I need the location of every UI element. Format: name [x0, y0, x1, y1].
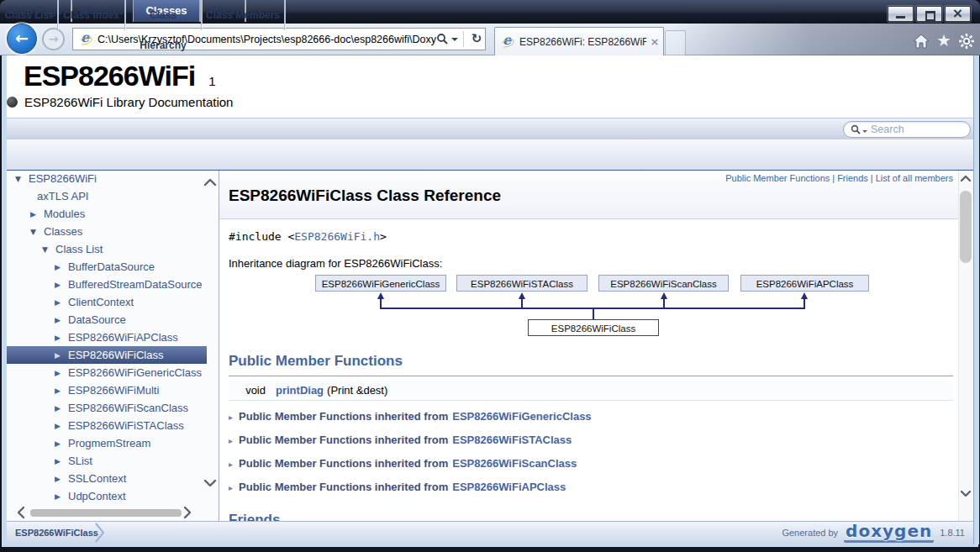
tree-collapse-icon[interactable]: [42, 245, 55, 254]
tree-expand-icon[interactable]: [55, 439, 68, 448]
tree-item-clientcontext[interactable]: ClientContext: [7, 293, 207, 311]
tree-expand-icon[interactable]: [55, 492, 68, 501]
class-link-apclass[interactable]: ESP8266WiFiAPClass: [452, 481, 566, 493]
tree-expand-icon[interactable]: [55, 334, 68, 342]
tab-class-hierarchy[interactable]: Class Hierarchy: [125, 0, 202, 30]
settings-gear-icon[interactable]: [957, 32, 976, 50]
class-link-genericclass[interactable]: ESP8266WiFiGenericClass: [452, 410, 591, 423]
address-dropdown-icon[interactable]: [451, 38, 458, 41]
window-border-bottom: [0, 547, 980, 552]
tree-item-class-list[interactable]: Class List: [7, 240, 207, 258]
expand-arrow-icon[interactable]: [229, 483, 233, 492]
tree-expand-icon[interactable]: [55, 457, 68, 465]
tree-item-bufferdatasource[interactable]: BufferDataSource: [7, 258, 207, 276]
breadcrumb-esp8266wificlass[interactable]: ESP8266WiFiClass: [15, 521, 98, 544]
tree-item-bufferedstreamdatasource[interactable]: BufferedStreamDataSource: [7, 276, 207, 293]
inherited-section-apclass[interactable]: Public Member Functions inherited fromES…: [229, 477, 953, 497]
restore-button[interactable]: [916, 6, 942, 22]
search-input[interactable]: [869, 123, 970, 136]
minimize-button[interactable]: [888, 6, 914, 22]
tree-expand-icon[interactable]: [55, 316, 68, 324]
tree-item-esp8266wifiscanclass[interactable]: ESP8266WiFiScanClass: [7, 399, 207, 417]
favorites-star-icon[interactable]: [935, 32, 953, 50]
sidebar-hscroll-thumb[interactable]: [30, 509, 182, 517]
inheritance-arrow-icon: [377, 292, 384, 299]
tree-collapse-icon[interactable]: [15, 175, 29, 183]
diagram-node-genericclass[interactable]: ESP8266WiFiGenericClass: [315, 275, 446, 292]
diagram-node-scanclass[interactable]: ESP8266WiFiScanClass: [598, 275, 729, 292]
tree-item-progmemstream[interactable]: ProgmemStream: [7, 434, 207, 452]
tree-expand-icon[interactable]: [55, 404, 68, 413]
sidebar-scroll-right-icon[interactable]: [183, 506, 192, 519]
inheritance-edge: [803, 299, 805, 308]
tree-expand-icon[interactable]: [55, 422, 68, 430]
tree-expand-icon[interactable]: [55, 281, 68, 289]
link-friends[interactable]: Friends: [837, 173, 868, 183]
doxygen-version: 1.8.11: [940, 528, 965, 538]
search-icon[interactable]: [436, 33, 449, 45]
tree-item-datasource[interactable]: DataSource: [7, 311, 207, 329]
expand-arrow-icon[interactable]: [229, 413, 233, 422]
inheritance-arrow-icon: [519, 292, 525, 299]
class-link-scanclass[interactable]: ESP8266WiFiScanClass: [452, 457, 577, 470]
diagram-node-apclass[interactable]: ESP8266WiFiAPClass: [740, 275, 869, 292]
tree-item-udpcontext[interactable]: UdpContext: [7, 487, 207, 505]
inherited-section-staclass[interactable]: Public Member Functions inherited fromES…: [229, 430, 953, 450]
sidebar-scroll-left-icon[interactable]: [17, 506, 25, 519]
tree-expand-icon[interactable]: [55, 263, 68, 271]
tree-item-esp8266wifiapclass[interactable]: ESP8266WiFiAPClass: [7, 329, 207, 346]
sidebar-scroll-down-icon[interactable]: [203, 479, 217, 487]
content-scroll-down-icon[interactable]: [960, 490, 972, 497]
sidebar-scroll-up-icon[interactable]: [203, 178, 217, 187]
inherited-section-genericclass[interactable]: Public Member Functions inherited fromES…: [229, 407, 953, 427]
forward-button[interactable]: [42, 28, 65, 50]
diagram-node-staclass[interactable]: ESP8266WiFiSTAClass: [456, 275, 587, 292]
tree-expand-icon[interactable]: [55, 351, 68, 360]
tree-item-esp8266wifistaclass[interactable]: ESP8266WiFiSTAClass: [7, 417, 207, 434]
doxygen-logo[interactable]: doxygen: [844, 523, 934, 543]
member-link-printdiag[interactable]: printDiag: [276, 384, 324, 397]
class-link-staclass[interactable]: ESP8266WiFiSTAClass: [452, 434, 572, 446]
tree-item-axtls-api[interactable]: axTLS API: [7, 187, 207, 205]
include-file-link[interactable]: ESP8266WiFi.h: [294, 230, 380, 243]
home-icon[interactable]: [912, 32, 930, 50]
refresh-icon[interactable]: [468, 29, 485, 50]
tab-title: ESP8266WiFi: ESP8266WiFi...: [519, 36, 646, 48]
diagram-node-esp8266wificlass[interactable]: ESP8266WiFiClass: [528, 319, 659, 336]
address-bar[interactable]: [72, 28, 486, 50]
tree-expand-icon[interactable]: [55, 475, 68, 483]
tree-expand-icon[interactable]: [55, 298, 68, 307]
new-tab-button[interactable]: [665, 30, 686, 55]
expand-arrow-icon[interactable]: [229, 436, 233, 445]
close-button[interactable]: [945, 6, 971, 22]
tab-close-icon[interactable]: [646, 29, 663, 55]
browser-tab[interactable]: ESP8266WiFi: ESP8266WiFi...: [494, 27, 664, 55]
project-brief-row: ESP8266WiFi Library Documentation: [7, 95, 233, 109]
link-public-member-functions[interactable]: Public Member Functions: [725, 173, 830, 183]
generated-by-label: Generated by: [782, 528, 838, 538]
tree-item-esp8266wifimulti[interactable]: ESP8266WiFiMulti: [7, 381, 207, 399]
generated-by-row: Generated by doxygen 1.8.11: [782, 521, 965, 544]
tree-collapse-icon[interactable]: [30, 228, 44, 236]
content-scrollbar-thumb[interactable]: [960, 191, 972, 263]
tab-class-list[interactable]: Class List: [0, 0, 58, 30]
tree-expand-icon[interactable]: [55, 386, 68, 395]
tree-item-slist[interactable]: SList: [7, 452, 207, 470]
tree-expand-icon[interactable]: [30, 210, 44, 218]
project-name: ESP8266WiFi: [24, 57, 195, 94]
search-filter-caret-icon[interactable]: [862, 130, 867, 133]
content-scroll-up-icon[interactable]: [960, 175, 972, 182]
tree-expand-icon[interactable]: [55, 369, 68, 377]
tree-item-esp8266wifigenericclass[interactable]: ESP8266WiFiGenericClass: [7, 364, 207, 381]
tree-item-sslcontext[interactable]: SSLContext: [7, 470, 207, 487]
expand-arrow-icon[interactable]: [229, 460, 233, 469]
inherited-section-scanclass[interactable]: Public Member Functions inherited fromES…: [229, 454, 953, 474]
tab-class-index[interactable]: Class Index: [58, 0, 125, 30]
tree-item-esp8266wifi[interactable]: ESP8266WiFi: [7, 170, 207, 187]
tab-class-members[interactable]: Class Members: [202, 0, 285, 30]
tree-item-modules[interactable]: Modules: [7, 205, 207, 223]
tree-item-classes[interactable]: Classes: [7, 223, 207, 240]
link-list-of-all-members[interactable]: List of all members: [876, 173, 953, 183]
doc-search-box[interactable]: [843, 121, 971, 138]
tree-item-esp8266wificlass-selected[interactable]: ESP8266WiFiClass: [7, 346, 207, 364]
